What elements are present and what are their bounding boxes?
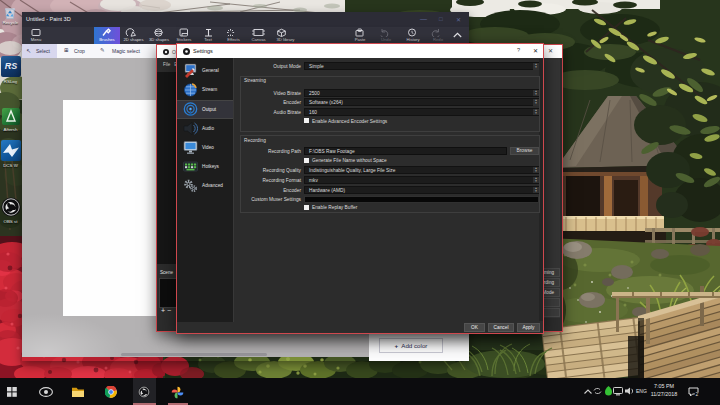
svg-text:2: 2 <box>696 391 699 397</box>
